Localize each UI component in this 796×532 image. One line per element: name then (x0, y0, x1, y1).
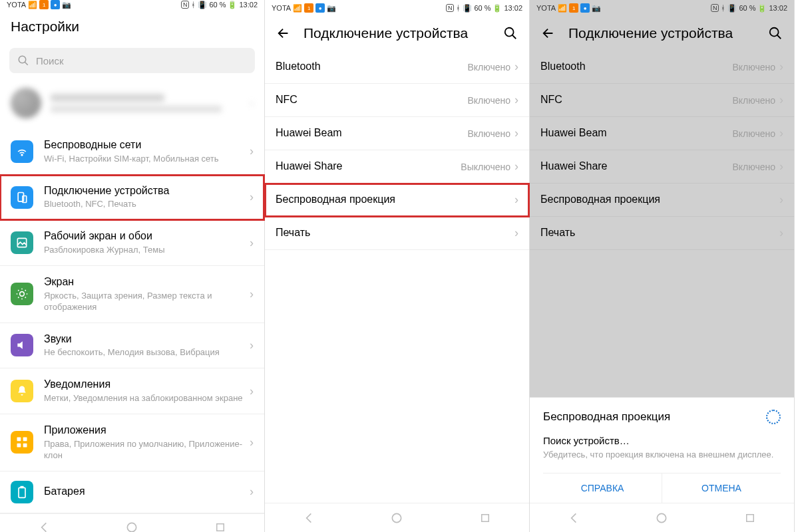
svg-point-15 (505, 28, 514, 37)
chevron-right-icon: › (779, 93, 783, 107)
item-wireless[interactable]: Беспроводные сети Wi-Fi, Настройки SIM-к… (0, 129, 264, 175)
item-nfc[interactable]: NFC Включено › (265, 84, 529, 117)
dialog-searching: Поиск устройств… (543, 435, 781, 446)
sound-icon (11, 334, 33, 356)
battery-icon: 🔋 (228, 1, 237, 9)
item-battery[interactable]: Батарея › (0, 471, 264, 513)
chevron-right-icon: › (779, 126, 783, 140)
clock-label: 13:02 (769, 4, 787, 12)
item-device-connection[interactable]: Подключение устройства Bluetooth, NFC, П… (0, 175, 264, 221)
nav-back-button[interactable] (560, 505, 587, 531)
search-button[interactable] (767, 25, 783, 41)
chevron-right-icon: › (250, 287, 254, 301)
nav-home-button[interactable] (383, 505, 410, 531)
nav-bar (0, 513, 264, 532)
svg-point-17 (393, 513, 401, 522)
item-print[interactable]: Печать › (530, 217, 794, 250)
back-button[interactable] (276, 25, 292, 41)
bell-icon (11, 380, 33, 402)
item-huawei-share[interactable]: Huawei Share Выключено › (265, 150, 529, 184)
svg-point-13 (128, 523, 136, 531)
camera-icon: 📷 (592, 4, 601, 13)
nav-home-button[interactable] (648, 505, 675, 531)
svg-point-2 (21, 154, 23, 156)
battery-icon: 🔋 (493, 4, 502, 13)
status-bar: YOTA 📶 1 ● 📷 N ᚼ 📳 60 % 🔋 13:02 (530, 0, 794, 16)
dialog-cancel-button[interactable]: ОТМЕНА (662, 473, 781, 503)
nfc-icon: N (446, 4, 455, 12)
item-wireless-projection[interactable]: Беспроводная проекция › (530, 184, 794, 217)
svg-point-19 (770, 28, 779, 37)
camera-icon: 📷 (327, 4, 336, 13)
item-display[interactable]: Экран Яркость, Защита зрения, Размер тек… (0, 266, 264, 323)
vibrate-icon: 📳 (727, 4, 737, 13)
status-bar: YOTA 📶 1 ● 📷 N ᚼ 📳 60 % 🔋 13:02 (265, 0, 529, 16)
dialog-title: Беспроводная проекция (543, 410, 670, 424)
chevron-right-icon: › (779, 160, 783, 174)
chevron-right-icon: › (514, 93, 518, 107)
svg-rect-10 (23, 444, 27, 448)
dialog-help-button[interactable]: СПРАВКА (543, 473, 662, 503)
carrier-label: YOTA (272, 4, 291, 12)
item-wireless-projection[interactable]: Беспроводная проекция › (265, 184, 529, 217)
header: Настройки (0, 9, 264, 44)
chevron-right-icon: › (514, 193, 518, 207)
svg-rect-9 (17, 444, 21, 448)
nav-recent-button[interactable] (472, 505, 498, 531)
connection-list: Bluetooth Включено › NFC Включено › Huaw… (530, 51, 794, 250)
chevron-right-icon: › (250, 436, 254, 450)
item-home-wallpaper[interactable]: Рабочий экран и обои Разблокировка Журна… (0, 220, 264, 266)
phone-screen-1: YOTA 📶 1 ● 📷 N ᚼ 📳 60 % 🔋 13:02 Настройк… (0, 0, 265, 532)
item-apps[interactable]: Приложения Права, Приложения по умолчани… (0, 414, 264, 471)
wallpaper-icon (11, 231, 33, 254)
chevron-right-icon: › (779, 226, 783, 240)
item-sounds[interactable]: Звуки Не беспокоить, Мелодия вызова, Виб… (0, 323, 264, 369)
item-huawei-beam[interactable]: Huawei Beam Включено › (530, 117, 794, 150)
phone-screen-3: YOTA 📶 1 ● 📷 N ᚼ 📳 60 % 🔋 13:02 Подключе… (530, 0, 795, 532)
chevron-right-icon: › (514, 226, 518, 240)
profile-row[interactable]: › (0, 77, 264, 129)
item-huawei-share[interactable]: Huawei Share Включено › (530, 150, 794, 184)
chevron-right-icon: › (779, 60, 783, 74)
avatar (11, 88, 41, 118)
chevron-right-icon: › (250, 485, 254, 499)
item-nfc[interactable]: NFC Включено › (530, 84, 794, 117)
vibrate-icon: 📳 (198, 1, 207, 9)
svg-point-6 (20, 292, 25, 297)
back-button[interactable] (540, 25, 556, 41)
status-blue-icon: ● (580, 3, 590, 13)
nav-recent-button[interactable] (737, 505, 763, 531)
carrier-label: YOTA (7, 1, 26, 9)
header: Подключение устройства (530, 16, 794, 51)
nfc-icon: N (711, 4, 719, 12)
chevron-right-icon: › (779, 193, 783, 207)
chevron-right-icon: › (250, 144, 254, 158)
search-input[interactable]: Поиск (9, 48, 255, 73)
nav-back-button[interactable] (296, 505, 322, 531)
settings-list: Беспроводные сети Wi-Fi, Настройки SIM-к… (0, 129, 264, 513)
nav-home-button[interactable] (118, 514, 145, 532)
clock-label: 13:02 (504, 4, 522, 12)
chevron-right-icon: › (250, 96, 254, 110)
status-blue-icon: ● (315, 3, 325, 13)
nav-recent-button[interactable] (207, 514, 234, 532)
wifi-icon (11, 140, 33, 163)
item-print[interactable]: Печать › (265, 217, 529, 250)
item-huawei-beam[interactable]: Huawei Beam Включено › (265, 117, 529, 150)
search-button[interactable] (502, 25, 518, 41)
item-bluetooth[interactable]: Bluetooth Включено › (530, 51, 794, 84)
item-bluetooth[interactable]: Bluetooth Включено › (265, 51, 529, 84)
search-icon (17, 55, 29, 66)
camera-icon: 📷 (62, 1, 71, 9)
battery-percent: 60 % (209, 1, 226, 9)
item-notifications[interactable]: Уведомления Метки, Уведомления на заблок… (0, 368, 264, 414)
svg-line-1 (25, 62, 28, 65)
device-icon (11, 186, 33, 209)
nav-back-button[interactable] (31, 514, 57, 532)
svg-rect-22 (747, 514, 754, 521)
bluetooth-icon: ᚼ (191, 1, 196, 9)
svg-line-16 (512, 35, 516, 39)
signal-icon: 📶 (28, 1, 37, 9)
page-title: Настройки (11, 19, 254, 35)
nfc-icon: N (181, 1, 190, 9)
